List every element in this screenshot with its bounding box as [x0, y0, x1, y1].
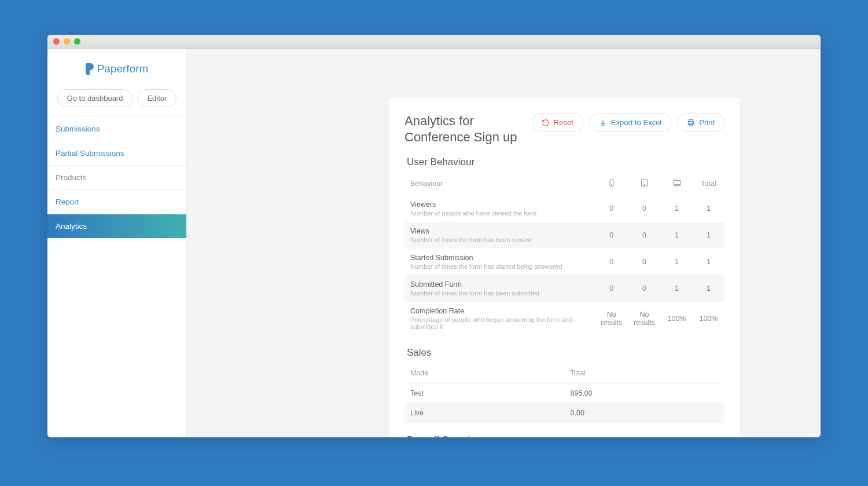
cell-tablet: 0 [628, 195, 661, 222]
cell-desktop: 1 [661, 195, 693, 222]
svg-rect-7 [674, 180, 681, 185]
export-excel-button[interactable]: Export to Excel [589, 113, 671, 132]
print-label: Print [699, 118, 715, 127]
sidebar-item-label: Analytics [56, 222, 87, 231]
reset-button[interactable]: Reset [532, 113, 583, 132]
cell-desktop: 1 [661, 222, 693, 249]
col-mobile [595, 173, 628, 195]
maximize-icon[interactable] [74, 38, 80, 45]
print-icon [687, 119, 695, 127]
svg-point-6 [644, 185, 645, 185]
print-button[interactable]: Print [677, 113, 724, 132]
app-window: Paperform Go to dashboard Editor Submiss… [47, 35, 821, 437]
sidebar-item-report[interactable]: Report [47, 190, 186, 214]
col-behaviour: Behaviour [404, 173, 595, 195]
sidebar-nav: Submissions Partial Submissions Products… [47, 116, 186, 238]
behaviour-table: Behaviour [404, 173, 724, 335]
cell-mobile: 0 [595, 195, 628, 222]
cell-total: 0.00 [565, 403, 725, 423]
page-actions: Reset Export to Excel Prin [532, 113, 724, 132]
cell-desktop: 1 [661, 249, 693, 275]
table-row: Started SubmissionNumber of times the fo… [404, 249, 724, 275]
page-title: Analytics for Conference Sign up [404, 113, 517, 145]
sidebar-item-label: Products [56, 173, 86, 182]
metric-name: Viewers [410, 200, 589, 209]
cell-tablet: 0 [628, 222, 661, 249]
col-desktop [661, 173, 693, 195]
sidebar-item-analytics[interactable]: Analytics [47, 214, 186, 238]
cell-mobile: No results [595, 302, 628, 335]
table-row: Submitted FormNumber of times the form h… [404, 275, 724, 302]
sidebar-item-label: Partial Submissions [56, 149, 124, 158]
download-icon [599, 119, 607, 127]
sidebar-item-products[interactable]: Products [47, 166, 186, 190]
metric-name: Submitted Form [410, 280, 589, 288]
cell-mobile: 0 [595, 275, 628, 302]
svg-point-4 [611, 184, 612, 185]
cell-desktop: 100% [661, 302, 693, 335]
table-row: Test 895.00 [404, 383, 724, 404]
sidebar-item-label: Report [56, 198, 79, 206]
dropoff-heading: Dropoff Questions [407, 434, 724, 437]
table-row: ViewsNumber of times the form has been v… [404, 222, 724, 249]
cell-total: 1 [693, 275, 724, 302]
behaviour-tbody: ViewersNumber of people who have viewed … [404, 195, 724, 336]
main-content: Analytics for Conference Sign up Reset [187, 49, 821, 437]
metric-desc: Percentage of people who began answering… [410, 316, 589, 330]
cell-total: 1 [693, 222, 724, 249]
cell-total: 100% [693, 302, 724, 335]
go-to-dashboard-button[interactable]: Go to dashboard [57, 89, 133, 107]
card-header: Analytics for Conference Sign up Reset [404, 113, 724, 145]
sidebar-item-partial-submissions[interactable]: Partial Submissions [47, 141, 186, 166]
desktop-icon [672, 179, 682, 189]
cell-mode: Live [404, 403, 565, 423]
page-title-line1: Analytics for [404, 114, 474, 128]
brand-logo-icon [86, 63, 94, 75]
metric-name: Started Submission [410, 254, 589, 262]
table-header-row: Mode Total [404, 363, 724, 383]
mobile-icon [608, 179, 616, 189]
table-header-row: Behaviour [404, 173, 724, 195]
sidebar: Paperform Go to dashboard Editor Submiss… [47, 49, 187, 437]
metric-name: Completion Rate [410, 307, 589, 315]
sales-heading: Sales [407, 347, 724, 359]
export-label: Export to Excel [611, 118, 661, 127]
cell-mobile: 0 [595, 222, 628, 249]
col-total: Total [565, 363, 725, 383]
col-tablet [628, 173, 661, 195]
sales-table: Mode Total Test 895.00 Live 0.00 [404, 363, 724, 423]
tablet-icon [640, 178, 649, 189]
cell-total: 1 [693, 195, 724, 222]
table-row: Live 0.00 [404, 403, 724, 423]
sidebar-item-submissions[interactable]: Submissions [47, 117, 186, 141]
col-total: Total [693, 173, 724, 195]
metric-desc: Number of times the form has started bei… [410, 263, 589, 270]
cell-tablet: No results [628, 302, 661, 335]
sidebar-item-label: Submissions [56, 125, 100, 133]
brand: Paperform [47, 49, 186, 89]
minimize-icon[interactable] [64, 38, 70, 45]
window-titlebar [47, 35, 821, 49]
cell-tablet: 0 [628, 249, 661, 275]
close-icon[interactable] [53, 38, 60, 45]
table-row: Completion RatePercentage of people who … [404, 302, 724, 335]
refresh-icon [542, 119, 550, 127]
metric-desc: Number of times the form has been viewed [410, 236, 589, 243]
cell-mobile: 0 [595, 249, 628, 275]
metric-desc: Number of people who have viewed the for… [410, 210, 589, 217]
cell-total: 1 [693, 249, 724, 275]
analytics-card: Analytics for Conference Sign up Reset [389, 98, 740, 437]
metric-name: Views [410, 227, 589, 235]
reset-label: Reset [554, 118, 573, 127]
col-mode: Mode [404, 363, 565, 383]
table-row: ViewersNumber of people who have viewed … [404, 195, 724, 222]
user-behaviour-heading: User Behaviour [407, 156, 724, 168]
sidebar-buttons: Go to dashboard Editor [47, 89, 186, 116]
brand-name: Paperform [97, 63, 149, 75]
cell-mode: Test [404, 383, 565, 404]
cell-desktop: 1 [661, 275, 693, 302]
editor-button[interactable]: Editor [137, 89, 176, 107]
cell-total: 895.00 [565, 383, 725, 404]
metric-desc: Number of times the form has been submit… [410, 290, 589, 297]
app-body: Paperform Go to dashboard Editor Submiss… [47, 49, 821, 437]
